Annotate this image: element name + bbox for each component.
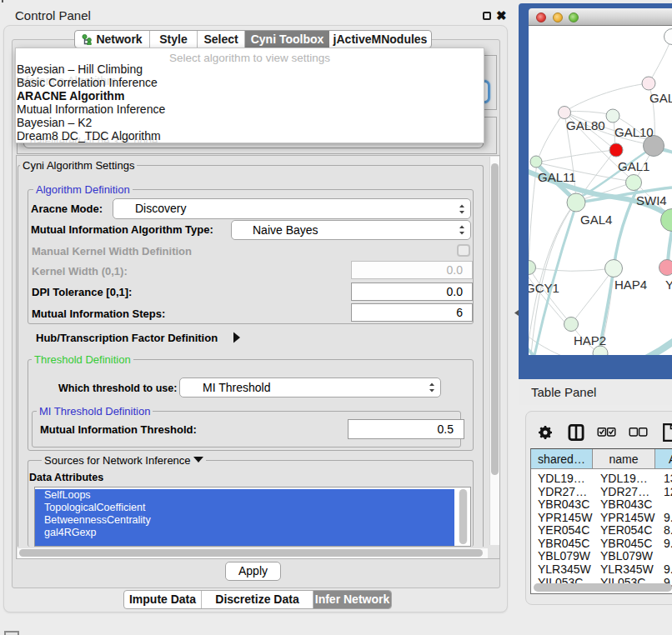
svg-text:HAP2: HAP2 [574, 333, 606, 348]
svg-text:GAL1: GAL1 [618, 159, 649, 173]
svg-text:GAL80: GAL80 [566, 118, 605, 132]
svg-text:SWI4: SWI4 [636, 193, 667, 208]
svg-text:GAL4: GAL4 [580, 212, 612, 227]
svg-text:GCY1: GCY1 [529, 281, 559, 295]
svg-text:GAL10: GAL10 [614, 125, 654, 139]
svg-text:GAL2: GAL2 [649, 91, 672, 105]
svg-text:Y: Y [665, 278, 672, 292]
svg-text:HAP4: HAP4 [614, 278, 647, 292]
svg-text:GAL11: GAL11 [538, 170, 576, 184]
